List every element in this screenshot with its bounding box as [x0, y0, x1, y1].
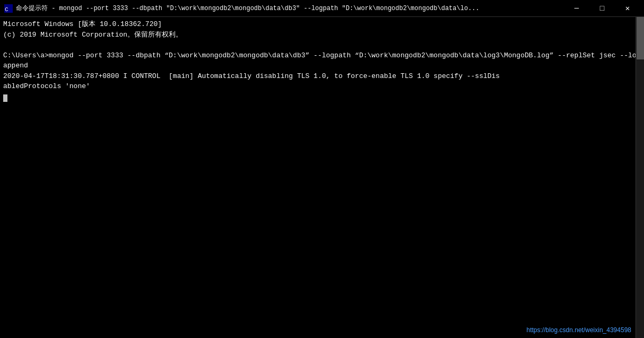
- cursor: [3, 94, 7, 102]
- titlebar: C 命令提示符 - mongod --port 3333 --dbpath "D…: [0, 0, 644, 17]
- scrollbar-thumb[interactable]: [637, 17, 644, 59]
- terminal-line-2: (c) 2019 Microsoft Corporation。保留所有权利。: [3, 30, 641, 40]
- terminal-line-4: C:\Users\a>mongod --port 3333 --dbpath “…: [3, 50, 641, 71]
- titlebar-title: 命令提示符 - mongod --port 3333 --dbpath "D:\…: [16, 4, 480, 13]
- scrollbar[interactable]: [636, 17, 644, 338]
- titlebar-left: C 命令提示符 - mongod --port 3333 --dbpath "D…: [4, 4, 564, 13]
- terminal-line-3: [3, 40, 641, 50]
- terminal-window[interactable]: Microsoft Windows [版本 10.0.18362.720] (c…: [0, 17, 644, 338]
- terminal-line-6: abledProtocols 'none': [3, 81, 641, 92]
- svg-text:C: C: [5, 6, 8, 13]
- titlebar-controls: ─ □ ✕: [564, 0, 640, 17]
- terminal-line-5: 2020-04-17T18:31:30.787+0800 I CONTROL […: [3, 71, 641, 82]
- terminal-line-1: Microsoft Windows [版本 10.0.18362.720]: [3, 19, 641, 30]
- terminal-cursor-line: [3, 92, 641, 102]
- cmd-icon: C: [4, 4, 13, 13]
- minimize-button[interactable]: ─: [564, 0, 589, 17]
- footer-link[interactable]: https://blog.csdn.net/weixin_4394598: [527, 326, 631, 334]
- close-button[interactable]: ✕: [615, 0, 640, 17]
- restore-button[interactable]: □: [590, 0, 614, 17]
